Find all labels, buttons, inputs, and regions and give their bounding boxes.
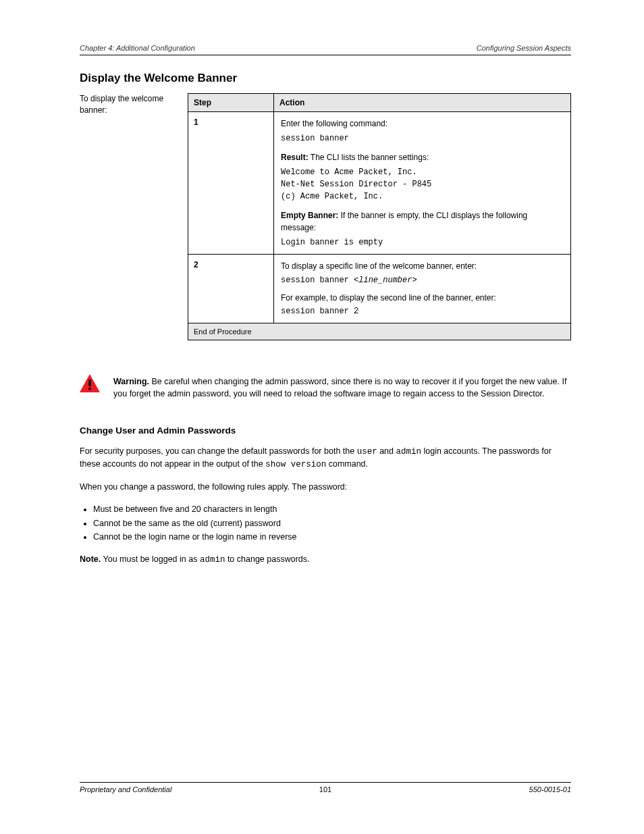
warning-block: Warning. Be careful when changing the ad… bbox=[80, 375, 571, 400]
header-topic: Configuring Session Aspects bbox=[477, 44, 571, 52]
warning-icon bbox=[80, 374, 103, 395]
action-line: To display a specific line of the welcom… bbox=[281, 260, 564, 272]
empty-banner-msg: Login banner is empty bbox=[281, 236, 564, 249]
cli-command: session banner bbox=[281, 132, 564, 145]
list-item: Cannot be the same as the old (current) … bbox=[93, 517, 571, 530]
cli-arg: <line_number> bbox=[354, 276, 417, 285]
passwords-p1: For security purposes, you can change th… bbox=[80, 445, 571, 472]
result-line: Welcome to Acme Packet, Inc. bbox=[281, 166, 564, 178]
result-label: Result: bbox=[281, 153, 308, 162]
footer-rule bbox=[80, 782, 571, 783]
header-chapter: Chapter 4: Additional Configuration bbox=[80, 44, 195, 52]
table-row: 2 To display a specific line of the welc… bbox=[188, 255, 571, 323]
svg-rect-1 bbox=[88, 380, 90, 386]
procedure-table: Step Action 1 Enter the following comman… bbox=[188, 93, 571, 340]
inline-code: user bbox=[357, 447, 377, 457]
end-of-procedure: End of Procedure bbox=[188, 323, 571, 340]
warning-text: Warning. Be careful when changing the ad… bbox=[113, 375, 571, 400]
page-header: Chapter 4: Additional Configuration Conf… bbox=[80, 44, 571, 52]
page-footer: Proprietary and Confidential 101 550-001… bbox=[80, 782, 571, 793]
warning-body: Be careful when changing the admin passw… bbox=[113, 377, 566, 398]
empty-banner-label: Empty Banner: bbox=[281, 211, 338, 220]
passwords-section: Change User and Admin Passwords For secu… bbox=[80, 424, 571, 567]
warning-label: Warning. bbox=[113, 377, 149, 386]
svg-rect-2 bbox=[88, 388, 90, 390]
header-rule bbox=[80, 55, 571, 55]
step-action: To display a specific line of the welcom… bbox=[274, 255, 571, 323]
result-line: Net-Net Session Director - P845 bbox=[281, 178, 564, 190]
col-step: Step bbox=[188, 94, 274, 112]
cli-command: session banner bbox=[281, 276, 354, 285]
inline-code: admin bbox=[200, 555, 225, 565]
table-header-row: Step Action bbox=[188, 94, 571, 112]
col-action: Action bbox=[274, 94, 571, 112]
procedure-intro: To display the welcome banner: bbox=[80, 93, 188, 117]
table-row: 1 Enter the following command: session b… bbox=[188, 112, 571, 255]
password-rules: Must be between five and 20 characters i… bbox=[80, 503, 571, 544]
note-label: Note. bbox=[80, 554, 101, 564]
passwords-p2: When you change a password, the followin… bbox=[80, 481, 571, 494]
step-number: 1 bbox=[188, 112, 274, 255]
inline-code: admin bbox=[396, 447, 421, 457]
cli-command: session banner 2 bbox=[281, 305, 564, 317]
result-text: The CLI lists the banner settings: bbox=[311, 153, 429, 162]
result-line: (c) Acme Packet, Inc. bbox=[281, 190, 564, 203]
action-line: For example, to display the second line … bbox=[281, 292, 564, 304]
list-item: Must be between five and 20 characters i… bbox=[93, 503, 571, 516]
step-number: 2 bbox=[188, 255, 274, 323]
passwords-heading: Change User and Admin Passwords bbox=[80, 424, 571, 438]
list-item: Cannot be the login name or the login na… bbox=[93, 531, 571, 544]
step-action: Enter the following command: session ban… bbox=[274, 112, 571, 255]
inline-code: show version bbox=[265, 460, 326, 469]
passwords-note: Note. You must be logged in as admin to … bbox=[80, 553, 571, 567]
page-number: 101 bbox=[80, 785, 571, 793]
table-footer-row: End of Procedure bbox=[188, 323, 571, 340]
section-heading: Display the Welcome Banner bbox=[80, 72, 571, 85]
action-intro: Enter the following command: bbox=[281, 118, 564, 130]
